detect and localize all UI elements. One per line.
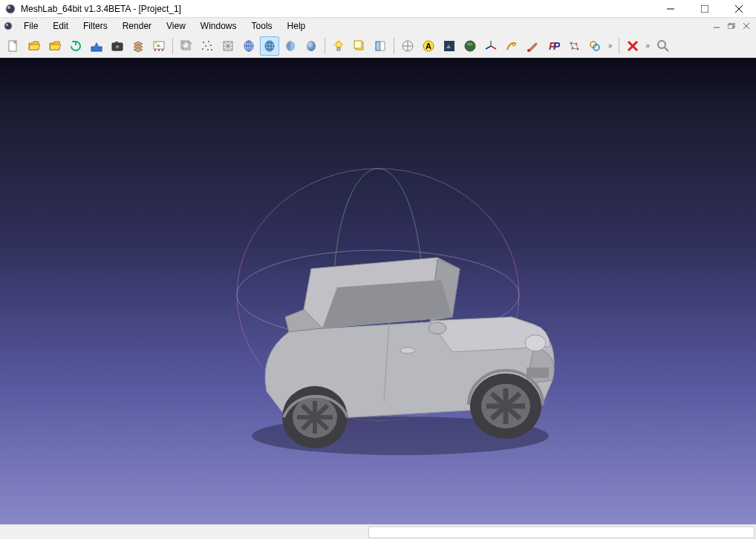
- align-icon: [588, 39, 602, 53]
- toolbar-separator: [394, 38, 394, 54]
- zoom-button[interactable]: [654, 36, 673, 56]
- import-mesh-button[interactable]: [45, 36, 65, 56]
- svg-line-62: [491, 46, 496, 49]
- minimize-button[interactable]: [654, 0, 688, 18]
- align-button[interactable]: [585, 36, 605, 56]
- snapshot-button[interactable]: [108, 36, 127, 56]
- fov-button[interactable]: [398, 36, 417, 56]
- export-mesh-icon: [90, 39, 103, 53]
- menu-file[interactable]: File: [16, 19, 45, 33]
- svg-point-76: [658, 41, 665, 48]
- svg-point-32: [211, 49, 212, 50]
- pick-points-button[interactable]: [564, 36, 584, 56]
- menu-windows[interactable]: Windows: [193, 19, 244, 33]
- svg-point-6: [4, 22, 12, 30]
- toolbar-overflow[interactable]: »: [605, 42, 616, 50]
- annotation-button[interactable]: A: [419, 36, 438, 56]
- menu-view[interactable]: View: [159, 19, 193, 33]
- maximize-button[interactable]: [688, 0, 722, 18]
- menu-render[interactable]: Render: [115, 19, 159, 33]
- bbox-render-button[interactable]: [177, 36, 196, 56]
- points-render-button[interactable]: [198, 36, 217, 56]
- export-mesh-button[interactable]: [87, 36, 106, 56]
- import-mesh-icon: [48, 39, 62, 53]
- statusbar: [0, 524, 756, 539]
- double-side-button[interactable]: [371, 36, 390, 56]
- close-button[interactable]: [722, 0, 756, 18]
- wireframe-render-button[interactable]: [218, 36, 238, 56]
- svg-text:P: P: [553, 40, 560, 52]
- texture-button[interactable]: [440, 36, 459, 56]
- smooth-render-button[interactable]: [302, 36, 321, 56]
- svg-rect-53: [380, 42, 385, 50]
- svg-point-21: [155, 42, 157, 43]
- curvature-button[interactable]: [502, 36, 521, 56]
- svg-rect-15: [96, 45, 97, 48]
- delete-button[interactable]: [623, 36, 642, 56]
- menubar: File Edit Filters Render View Windows To…: [0, 18, 756, 34]
- svg-point-31: [207, 49, 209, 50]
- mdi-controls: [708, 20, 756, 32]
- svg-point-30: [202, 48, 203, 50]
- toolbar: A PP » »: [0, 34, 756, 58]
- paint-icon: [526, 39, 539, 53]
- bbox-icon: [179, 39, 194, 53]
- svg-point-60: [465, 41, 475, 51]
- open-project-button[interactable]: [25, 36, 44, 56]
- svg-point-65: [527, 49, 530, 52]
- mdi-minimize-button[interactable]: [710, 20, 723, 32]
- toolbar-overflow[interactable]: »: [643, 42, 654, 50]
- fov-icon: [401, 39, 414, 53]
- window-controls: [654, 0, 756, 18]
- paint-button[interactable]: [523, 36, 542, 56]
- reload-button[interactable]: [66, 36, 85, 56]
- svg-point-27: [208, 41, 209, 42]
- open-folder-icon: [27, 39, 41, 53]
- hidden-lines-icon: [241, 39, 256, 53]
- layer-dialog-button[interactable]: [128, 36, 148, 56]
- menu-filters[interactable]: Filters: [76, 19, 115, 33]
- axes-button[interactable]: [481, 36, 501, 56]
- toolbar-separator: [619, 38, 619, 54]
- svg-point-83: [400, 347, 415, 353]
- flat-lines-icon: [262, 39, 277, 53]
- flat-render-button[interactable]: [281, 36, 300, 56]
- svg-rect-52: [376, 42, 380, 50]
- axes-icon: [484, 39, 498, 53]
- photo-params-button[interactable]: PP: [544, 36, 563, 56]
- svg-point-7: [6, 24, 8, 26]
- svg-point-45: [336, 42, 342, 48]
- mdi-restore-button[interactable]: [725, 20, 738, 32]
- svg-rect-84: [527, 368, 549, 378]
- app-icon: [4, 3, 16, 15]
- new-project-button[interactable]: [4, 36, 23, 56]
- menu-tools[interactable]: Tools: [244, 19, 280, 33]
- viewport-3d[interactable]: [0, 58, 756, 524]
- backface-button[interactable]: [350, 36, 369, 56]
- delete-icon: [626, 39, 639, 53]
- backface-icon: [353, 39, 366, 53]
- raster-mode-icon: [152, 39, 166, 53]
- curvature-icon: [505, 39, 518, 53]
- points-icon: [200, 39, 215, 53]
- wireframe-icon: [221, 39, 235, 53]
- svg-point-44: [307, 41, 316, 51]
- mdi-close-button[interactable]: [740, 20, 753, 32]
- toolbar-separator: [325, 38, 325, 54]
- svg-line-63: [486, 46, 491, 49]
- photo-params-icon: PP: [547, 39, 560, 53]
- pick-points-icon: [567, 39, 581, 53]
- raster-mode-button[interactable]: [149, 36, 169, 56]
- window-title: MeshLab_64bit v1.3.4BETA - [Project_1]: [21, 4, 654, 14]
- doc-icon: [3, 21, 13, 31]
- flat-lines-button[interactable]: [260, 36, 279, 56]
- menu-edit[interactable]: Edit: [45, 19, 76, 33]
- light-toggle-button[interactable]: [329, 36, 348, 56]
- globe-button[interactable]: [460, 36, 480, 56]
- svg-rect-19: [115, 42, 118, 44]
- double-side-icon: [374, 39, 387, 53]
- menu-help[interactable]: Help: [280, 19, 313, 33]
- toolbar-separator: [172, 38, 173, 54]
- hidden-lines-button[interactable]: [239, 36, 258, 56]
- svg-text:A: A: [426, 42, 431, 50]
